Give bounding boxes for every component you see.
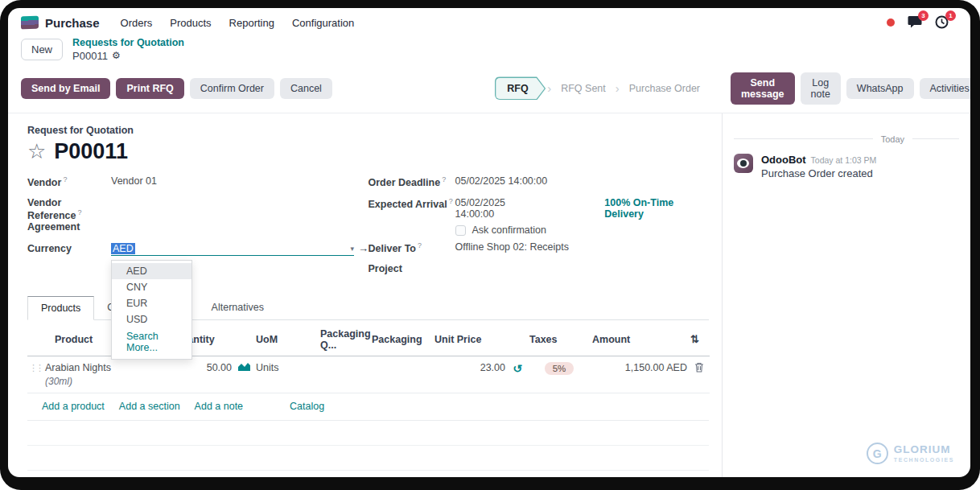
order-deadline-field[interactable]: 05/02/2025 14:00:00 [455, 175, 548, 187]
table-row[interactable]: ⋮⋮ Arabian Nights (30ml) 50.00 Units [27, 356, 710, 393]
forecast-chart-icon[interactable] [233, 356, 254, 393]
log-note-button[interactable]: Log note [801, 72, 841, 105]
line-packaging[interactable] [370, 356, 433, 393]
line-uom[interactable]: Units [254, 356, 319, 393]
favorite-star-icon[interactable]: ☆ [27, 141, 46, 162]
ask-confirmation-label: Ask confirmation [472, 224, 546, 236]
chatter-panel: Today OdooBot Today at 1:03 PM Purchase … [723, 113, 970, 477]
empty-row [27, 446, 709, 471]
vendor-field[interactable]: Vendor 01 [111, 175, 157, 187]
new-button[interactable]: New [21, 39, 63, 60]
whatsapp-button[interactable]: WhatsApp [846, 78, 914, 99]
currency-option-usd[interactable]: USD [112, 311, 191, 327]
activities-button[interactable]: Activities [920, 78, 971, 99]
chatter-message: OdooBot Today at 1:03 PM Purchase Order … [734, 154, 959, 179]
col-taxes[interactable]: Taxes [528, 322, 591, 356]
order-deadline-label: Order Deadline? [369, 175, 455, 188]
confirm-order-button[interactable]: Confirm Order [190, 78, 274, 99]
currency-label: Currency [27, 243, 111, 254]
breadcrumb-parent[interactable]: Requests for Quotation [72, 37, 184, 50]
send-message-button[interactable]: Send message [731, 72, 795, 105]
expected-arrival-field[interactable]: 05/02/2025 14:00:00 [455, 197, 542, 220]
send-by-email-button[interactable]: Send by Email [21, 78, 110, 99]
action-bar: Send by Email Print RFQ Confirm Order Ca… [8, 68, 970, 113]
tab-alternatives[interactable]: Alternatives [199, 296, 277, 319]
menu-orders[interactable]: Orders [121, 17, 153, 29]
app-title[interactable]: Purchase [45, 16, 100, 30]
help-icon: ? [449, 197, 453, 205]
line-amount: 1,150.00 AED [591, 356, 689, 393]
odoobot-avatar[interactable] [734, 154, 753, 173]
menu-reporting[interactable]: Reporting [229, 17, 274, 29]
activities-clock-icon[interactable]: 1 [935, 15, 949, 30]
add-product-link[interactable]: Add a product [42, 401, 105, 412]
currency-dropdown: AED CNY EUR USD Search More... [111, 260, 192, 360]
menu-products[interactable]: Products [170, 17, 211, 29]
col-uom[interactable]: UoM [254, 322, 319, 356]
gear-icon[interactable]: ⚙ [112, 50, 121, 62]
col-amount[interactable]: Amount [591, 322, 689, 356]
message-author[interactable]: OdooBot [761, 154, 806, 166]
currency-input[interactable]: AED ▾ [111, 243, 354, 256]
line-unit-price[interactable]: 23.00 [433, 356, 507, 393]
messages-icon[interactable]: 3 [908, 15, 922, 30]
today-divider-label: Today [881, 134, 904, 144]
top-navbar: Purchase Orders Products Reporting Confi… [8, 8, 970, 34]
add-note-link[interactable]: Add a note [195, 401, 243, 412]
menu-configuration[interactable]: Configuration [292, 17, 354, 29]
print-rfq-button[interactable]: Print RFQ [116, 78, 183, 99]
tax-badge[interactable]: 5% [545, 362, 574, 375]
left-field-column: Vendor? Vendor 01 Vendor Reference? Agre… [27, 175, 369, 285]
catalog-link[interactable]: Catalog [290, 401, 324, 412]
activities-badge: 1 [945, 10, 956, 21]
optional-columns-icon[interactable]: ⇅ [690, 333, 699, 345]
delete-line-icon[interactable] [694, 364, 704, 375]
status-step-purchase-order[interactable]: Purchase Order [621, 78, 708, 99]
chevron-down-icon[interactable]: ▾ [350, 245, 354, 253]
cancel-button[interactable]: Cancel [280, 78, 332, 99]
glorium-watermark: G GLORIUM TECHNOLOGIES [867, 443, 954, 464]
line-packaging-qty[interactable] [319, 356, 370, 393]
empty-row [27, 421, 709, 446]
col-packaging-qty[interactable]: Packaging Q... [319, 322, 370, 356]
systray: 3 1 [887, 15, 957, 30]
internal-link-icon[interactable]: → [358, 242, 369, 254]
expected-arrival-label: Expected Arrival? [369, 197, 455, 210]
messages-badge: 3 [918, 10, 929, 21]
add-section-link[interactable]: Add a section [119, 401, 180, 412]
price-history-icon[interactable]: ↺ [513, 362, 522, 375]
on-time-delivery-link[interactable]: 100% On-Time Delivery [604, 197, 709, 220]
help-icon: ? [63, 175, 67, 183]
currency-selected-text: AED [111, 243, 135, 254]
currency-option-eur[interactable]: EUR [112, 295, 191, 311]
col-packaging[interactable]: Packaging [370, 322, 433, 356]
line-variant: (30ml) [45, 376, 171, 387]
right-field-column: Order Deadline? 05/02/2025 14:00:00 Expe… [369, 175, 710, 285]
line-quantity[interactable]: 50.00 [172, 356, 233, 393]
doc-type-label: Request for Quotation [27, 125, 709, 136]
status-bar: RFQ › RFQ Sent › Purchase Order [495, 76, 708, 100]
status-step-rfq[interactable]: RFQ [495, 76, 546, 100]
currency-option-cny[interactable]: CNY [112, 279, 191, 295]
watermark-subtitle: TECHNOLOGIES [894, 457, 954, 463]
tab-products[interactable]: Products [27, 296, 94, 320]
chevron-right-icon: › [616, 81, 620, 95]
search-more-link[interactable]: Search More... [112, 327, 191, 356]
deliver-to-label: Deliver To? [369, 241, 455, 254]
deliver-to-field[interactable]: Offline Shop 02: Receipts [455, 241, 570, 253]
status-step-rfq-sent[interactable]: RFQ Sent [553, 78, 614, 99]
form-sheet: Request for Quotation ☆ P00011 Vendor? V… [8, 113, 723, 477]
message-timestamp: Today at 1:03 PM [811, 155, 877, 165]
help-icon: ? [418, 241, 422, 249]
currency-option-aed[interactable]: AED [112, 263, 191, 279]
breadcrumb-current: P00011 [72, 50, 108, 63]
device-frame: Purchase Orders Products Reporting Confi… [0, 0, 980, 490]
purchase-app-icon[interactable] [21, 16, 39, 30]
line-product[interactable]: Arabian Nights [45, 362, 171, 373]
drag-handle-icon[interactable]: ⋮⋮ [29, 363, 42, 373]
col-unit-price[interactable]: Unit Price [433, 322, 507, 356]
ask-confirmation-checkbox[interactable] [455, 225, 466, 236]
project-label: Project [369, 263, 455, 274]
glorium-logo-icon: G [867, 443, 888, 464]
app-window: Purchase Orders Products Reporting Confi… [8, 8, 970, 477]
